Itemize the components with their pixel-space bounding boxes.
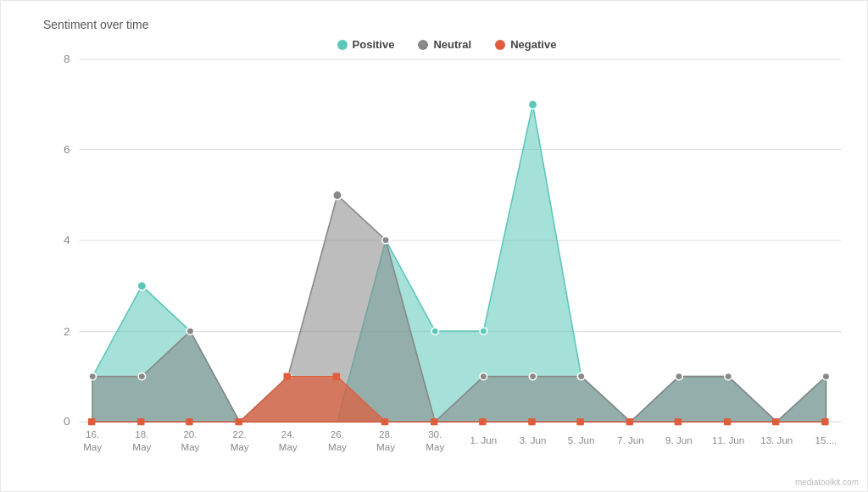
svg-text:22.: 22.: [233, 429, 247, 439]
chart-container: Sentiment over time Positive Neutral Neg…: [0, 0, 868, 492]
svg-text:18.: 18.: [135, 429, 148, 439]
svg-text:26.: 26.: [331, 429, 344, 439]
svg-text:May: May: [426, 442, 444, 452]
legend-neutral: Neutral: [418, 38, 471, 51]
svg-text:May: May: [132, 442, 151, 452]
svg-text:20.: 20.: [183, 429, 197, 439]
neg-marker-10: [576, 418, 583, 425]
chart-area: 0 2 4 6 8: [43, 59, 850, 439]
neg-marker-2: [186, 418, 192, 425]
neutral-dot: [418, 40, 428, 50]
neg-marker-9: [528, 418, 535, 425]
neg-marker-1: [137, 418, 144, 425]
svg-text:May: May: [376, 442, 395, 452]
chart-title: Sentiment over time: [43, 18, 850, 31]
neg-marker-11: [626, 418, 633, 425]
positive-label: Positive: [353, 38, 395, 51]
positive-dot: [337, 40, 348, 50]
svg-text:8: 8: [64, 53, 70, 65]
neg-marker-7: [431, 418, 437, 425]
svg-text:3. Jun: 3. Jun: [520, 435, 547, 445]
neutral-dot-5: [333, 191, 342, 199]
neutral-dot-12: [676, 373, 682, 379]
svg-text:May: May: [328, 442, 347, 452]
neutral-dot-10: [577, 373, 584, 379]
neutral-dot-15: [822, 373, 829, 379]
neg-marker-0: [88, 418, 95, 425]
svg-text:May: May: [181, 442, 199, 452]
watermark: mediatoolkit.com: [795, 478, 859, 487]
chart-svg: 0 2 4 6 8: [43, 59, 850, 439]
svg-text:11. Jun: 11. Jun: [712, 435, 744, 445]
svg-text:15....: 15....: [815, 435, 837, 445]
svg-text:5. Jun: 5. Jun: [568, 435, 595, 445]
svg-text:2: 2: [64, 325, 70, 338]
neutral-dot-6: [382, 236, 389, 243]
svg-text:1. Jun: 1. Jun: [470, 435, 498, 445]
neutral-dot-1: [138, 373, 145, 379]
legend-positive: Positive: [337, 38, 395, 51]
neg-marker-12: [675, 418, 682, 425]
neg-marker-8: [479, 418, 486, 425]
svg-text:24.: 24.: [281, 429, 295, 439]
neutral-label: Neutral: [433, 38, 471, 51]
svg-text:4: 4: [64, 234, 70, 246]
svg-text:9. Jun: 9. Jun: [665, 435, 693, 445]
svg-text:0: 0: [64, 415, 70, 428]
neg-marker-6: [381, 418, 388, 425]
svg-text:May: May: [279, 442, 298, 452]
neg-marker-14: [772, 418, 779, 425]
svg-text:6: 6: [64, 143, 70, 156]
neg-marker-3: [235, 418, 242, 425]
neutral-dot-13: [725, 373, 732, 379]
svg-text:May: May: [83, 442, 102, 452]
neutral-dot-0: [89, 373, 96, 379]
svg-text:13. Jun: 13. Jun: [760, 435, 793, 445]
positive-dot-7: [431, 328, 438, 334]
positive-dot-1: [137, 281, 147, 290]
positive-dot-9: [528, 100, 537, 108]
legend: Positive Neutral Negative: [43, 38, 850, 51]
svg-text:May: May: [231, 442, 249, 452]
neg-marker-5: [333, 373, 340, 379]
legend-negative: Negative: [495, 38, 556, 51]
svg-text:28.: 28.: [379, 429, 392, 439]
neg-marker-15: [821, 418, 828, 425]
neutral-dot-2: [186, 328, 193, 334]
positive-dot-8: [480, 328, 487, 334]
neutral-dot-9: [529, 373, 536, 379]
neg-marker-4: [283, 373, 290, 379]
svg-text:16.: 16.: [86, 429, 99, 439]
neutral-dot-8: [480, 373, 487, 379]
negative-label: Negative: [510, 38, 556, 51]
svg-text:7. Jun: 7. Jun: [617, 435, 644, 445]
negative-dot: [495, 40, 505, 50]
neg-marker-13: [724, 418, 731, 425]
svg-text:30.: 30.: [428, 429, 442, 439]
